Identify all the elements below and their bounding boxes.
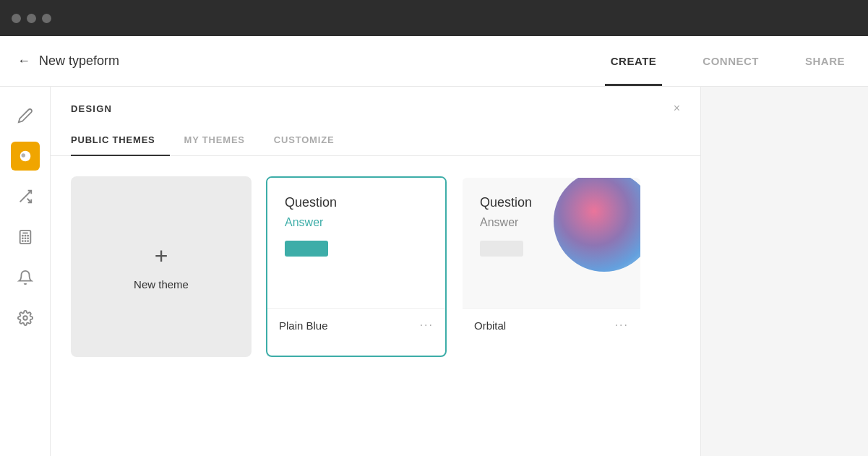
new-theme-label: New theme [134, 278, 189, 291]
sidebar-icon-logic[interactable] [11, 182, 40, 211]
design-panel: DESIGN × PUBLIC THEMES MY THEMES CUSTOMI… [51, 87, 701, 456]
titlebar-dot-1 [12, 14, 21, 23]
back-arrow-icon: ← [17, 53, 30, 69]
new-theme-plus-icon: + [155, 243, 168, 270]
back-button[interactable]: ← [17, 53, 30, 69]
theme-preview-plain-blue: Question Answer [267, 178, 445, 308]
content-area: DESIGN × PUBLIC THEMES MY THEMES CUSTOMI… [51, 87, 868, 456]
panel-header: DESIGN × [51, 87, 700, 126]
titlebar-dot-3 [42, 14, 51, 23]
theme-card-orbital[interactable]: Question Answer Orbital ··· [461, 176, 642, 357]
main-layout: DESIGN × PUBLIC THEMES MY THEMES CUSTOMI… [0, 87, 868, 456]
titlebar-dot-2 [27, 14, 36, 23]
orbital-blob-decoration [554, 178, 640, 272]
theme-button-orbital [480, 241, 523, 257]
header-nav: CREATE CONNECT SHARE [588, 36, 868, 86]
sidebar [0, 87, 51, 456]
theme-menu-plain-blue[interactable]: ··· [420, 319, 434, 332]
nav-item-share[interactable]: SHARE [782, 36, 868, 86]
tab-customize[interactable]: CUSTOMIZE [259, 126, 349, 155]
theme-name-orbital: Orbital [474, 319, 506, 332]
theme-question-plain-blue: Question [285, 195, 428, 210]
panel-title: DESIGN [71, 103, 112, 114]
tab-public-themes[interactable]: PUBLIC THEMES [71, 126, 170, 155]
themes-grid: + New theme Question Answer Plain Blue ·… [51, 156, 700, 377]
theme-menu-orbital[interactable]: ··· [615, 319, 629, 332]
sidebar-icon-notifications[interactable] [11, 263, 40, 292]
tab-my-themes[interactable]: MY THEMES [170, 126, 259, 155]
tabs-bar: PUBLIC THEMES MY THEMES CUSTOMIZE [51, 126, 700, 156]
sidebar-icon-calculator[interactable] [11, 223, 40, 251]
new-theme-card[interactable]: + New theme [71, 176, 252, 357]
theme-footer-orbital: Orbital ··· [463, 308, 640, 342]
close-button[interactable]: × [674, 103, 680, 114]
theme-button-plain-blue [285, 241, 328, 257]
theme-footer-plain-blue: Plain Blue ··· [267, 308, 445, 342]
sidebar-icon-edit[interactable] [11, 101, 40, 130]
titlebar [0, 0, 868, 36]
svg-point-1 [21, 153, 25, 158]
nav-item-connect[interactable]: CONNECT [679, 36, 782, 86]
sidebar-icon-settings[interactable] [11, 304, 40, 332]
svg-point-15 [23, 316, 27, 320]
sidebar-icon-theme[interactable] [11, 142, 40, 171]
form-title: New typeform [39, 53, 119, 69]
app-header: ← New typeform CREATE CONNECT SHARE [0, 36, 868, 87]
nav-item-create[interactable]: CREATE [588, 36, 680, 86]
theme-card-plain-blue[interactable]: Question Answer Plain Blue ··· [266, 176, 447, 357]
theme-name-plain-blue: Plain Blue [279, 319, 328, 332]
theme-answer-plain-blue: Answer [285, 216, 428, 229]
theme-preview-orbital: Question Answer [463, 178, 640, 308]
